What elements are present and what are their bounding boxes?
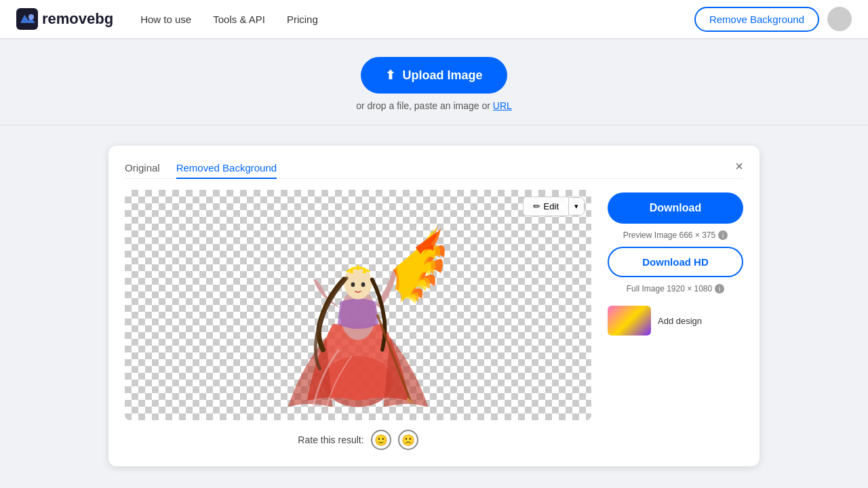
download-hd-button[interactable]: Download HD xyxy=(608,247,743,277)
remove-background-button[interactable]: Remove Background xyxy=(694,7,819,32)
user-avatar[interactable] xyxy=(827,7,852,31)
result-layout: ✏ Edit ▾ xyxy=(125,190,743,450)
chevron-down-icon: ▾ xyxy=(574,202,578,210)
upload-subtitle: or drop a file, paste an image or URL xyxy=(0,100,868,111)
close-button[interactable]: × xyxy=(730,157,749,176)
logo[interactable]: removebg xyxy=(16,8,113,30)
result-image xyxy=(263,197,453,413)
navbar: removebg How to use Tools & API Pricing … xyxy=(0,0,868,38)
tab-original[interactable]: Original xyxy=(125,162,160,179)
preview-image-info: Preview Image 666 × 375 i xyxy=(608,230,743,240)
design-thumbnail xyxy=(608,306,651,336)
preview-info-icon[interactable]: i xyxy=(718,230,728,240)
nav-pricing[interactable]: Pricing xyxy=(287,14,318,25)
sad-icon: 🙁 xyxy=(401,434,415,447)
result-card: × Original Removed Background ✏ Edit xyxy=(108,146,760,466)
edit-button-label: Edit xyxy=(544,201,559,211)
rate-section: Rate this result: 🙂 🙁 xyxy=(125,430,591,450)
tab-removed-background[interactable]: Removed Background xyxy=(176,162,277,179)
upload-button[interactable]: ⬆ Upload Image xyxy=(361,57,507,94)
logo-icon xyxy=(16,8,38,30)
full-image-info: Full Image 1920 × 1080 i xyxy=(608,284,743,293)
edit-dropdown-button[interactable]: ▾ xyxy=(568,197,585,216)
sad-rating-button[interactable]: 🙁 xyxy=(398,430,418,450)
url-link[interactable]: URL xyxy=(493,100,512,111)
upload-icon: ⬆ xyxy=(385,68,395,83)
upload-area: ⬆ Upload Image or drop a file, paste an … xyxy=(0,38,868,125)
checker-background: ✏ Edit ▾ xyxy=(125,190,591,420)
svg-point-8 xyxy=(351,283,355,287)
rate-label: Rate this result: xyxy=(298,434,363,445)
svg-point-1 xyxy=(28,14,34,20)
edit-btn-group: ✏ Edit ▾ xyxy=(523,197,585,216)
result-sidebar: Download Preview Image 666 × 375 i Downl… xyxy=(608,190,743,450)
pencil-icon: ✏ xyxy=(533,201,540,211)
svg-point-9 xyxy=(361,283,366,287)
design-gradient xyxy=(608,306,651,336)
logo-text: removebg xyxy=(42,10,113,28)
nav-links: How to use Tools & API Pricing xyxy=(140,14,694,25)
tabs: Original Removed Background xyxy=(125,162,743,179)
add-design-label: Add design xyxy=(658,316,702,326)
edit-button[interactable]: ✏ Edit xyxy=(523,197,568,216)
main-content: × Original Removed Background ✏ Edit xyxy=(0,125,868,487)
nav-right: Remove Background xyxy=(694,7,852,32)
happy-icon: 🙂 xyxy=(374,434,388,447)
download-button[interactable]: Download xyxy=(608,192,743,224)
nav-how-to-use[interactable]: How to use xyxy=(140,14,191,25)
upload-button-label: Upload Image xyxy=(402,68,482,83)
add-design-section[interactable]: Add design xyxy=(608,306,743,336)
full-info-icon[interactable]: i xyxy=(715,284,724,293)
nav-tools-api[interactable]: Tools & API xyxy=(213,14,265,25)
image-container: ✏ Edit ▾ xyxy=(125,190,591,450)
happy-rating-button[interactable]: 🙂 xyxy=(371,430,391,450)
